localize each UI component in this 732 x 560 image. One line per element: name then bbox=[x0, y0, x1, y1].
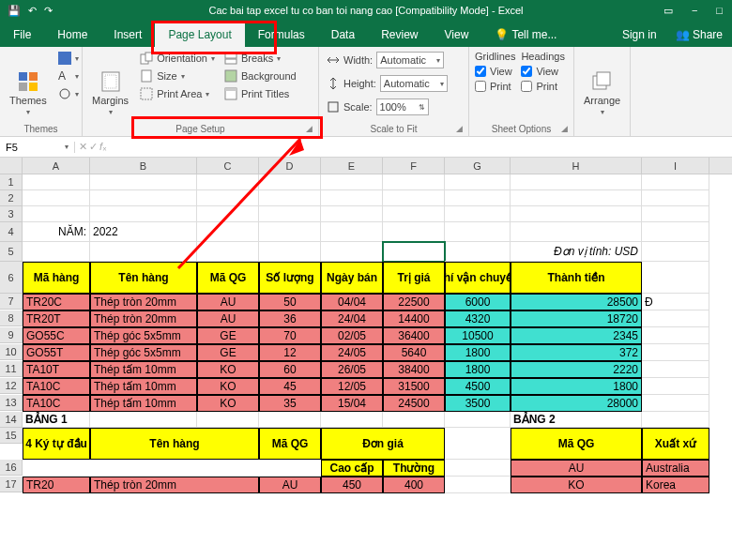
height-select[interactable]: Automatic▾ bbox=[380, 75, 448, 92]
cell[interactable] bbox=[445, 242, 511, 262]
cell[interactable]: 6000 bbox=[445, 294, 511, 310]
cell[interactable] bbox=[383, 412, 445, 428]
cell[interactable]: NĂM: bbox=[23, 222, 90, 242]
gridlines-print-checkbox[interactable]: Print bbox=[475, 81, 515, 92]
cell[interactable]: 2220 bbox=[511, 361, 642, 378]
cell[interactable] bbox=[642, 395, 709, 412]
cell[interactable]: AU bbox=[197, 294, 259, 310]
cell[interactable]: GE bbox=[197, 327, 259, 344]
cell[interactable]: Thành tiền bbox=[511, 262, 642, 294]
cell[interactable]: TR20C bbox=[23, 294, 90, 310]
tab-home[interactable]: Home bbox=[44, 23, 100, 47]
cell[interactable]: 60 bbox=[259, 361, 321, 378]
row-header[interactable]: 6 bbox=[0, 262, 23, 294]
tab-formulas[interactable]: Formulas bbox=[245, 23, 318, 47]
cell[interactable]: 372 bbox=[511, 344, 642, 361]
cell[interactable]: Korea bbox=[642, 477, 709, 493]
cell[interactable] bbox=[90, 190, 197, 206]
cell[interactable]: Ngày bán bbox=[321, 262, 383, 294]
cell[interactable] bbox=[511, 174, 642, 190]
cell[interactable]: TR20 bbox=[23, 477, 90, 493]
cell[interactable] bbox=[642, 206, 709, 222]
row-header[interactable]: 17 bbox=[0, 477, 23, 492]
cell[interactable] bbox=[445, 460, 511, 477]
cell[interactable]: 28500 bbox=[511, 294, 642, 310]
cell[interactable]: 18720 bbox=[511, 310, 642, 327]
cell[interactable]: Thép góc 5x5mm bbox=[90, 344, 197, 361]
cell[interactable] bbox=[321, 222, 383, 242]
fx-icon[interactable]: fₓ bbox=[99, 141, 107, 153]
cell[interactable]: 1800 bbox=[445, 361, 511, 378]
tab-data[interactable]: Data bbox=[318, 23, 368, 47]
cell[interactable] bbox=[197, 206, 259, 222]
cell[interactable]: 1800 bbox=[511, 378, 642, 395]
cell[interactable] bbox=[23, 174, 90, 190]
breaks-button[interactable]: Breaks▾ bbox=[222, 51, 298, 66]
row-header[interactable]: 3 bbox=[0, 206, 23, 222]
cell[interactable] bbox=[383, 242, 445, 262]
col-header-c[interactable]: C bbox=[197, 158, 259, 174]
cell[interactable] bbox=[197, 174, 259, 190]
share-button[interactable]: 👥 Share bbox=[666, 23, 732, 47]
cell[interactable]: 50 bbox=[259, 294, 321, 310]
cell[interactable]: Thép tấm 10mm bbox=[90, 378, 197, 395]
print-titles-button[interactable]: Print Titles bbox=[222, 86, 298, 101]
cell[interactable] bbox=[642, 222, 709, 242]
cell[interactable]: Mã hàng bbox=[23, 262, 90, 294]
cell[interactable]: 45 bbox=[259, 378, 321, 395]
cell[interactable] bbox=[445, 206, 511, 222]
width-select[interactable]: Automatic▾ bbox=[376, 52, 444, 68]
cell[interactable]: KO bbox=[511, 477, 642, 493]
cell[interactable]: BẢNG 2 bbox=[511, 412, 642, 428]
col-header-d[interactable]: D bbox=[259, 158, 321, 174]
row-header[interactable]: 2 bbox=[0, 190, 23, 206]
row-header[interactable]: 13 bbox=[0, 395, 23, 411]
cell[interactable] bbox=[642, 262, 709, 294]
print-area-button[interactable]: Print Area▾ bbox=[138, 86, 217, 101]
headings-view-checkbox[interactable]: View bbox=[521, 66, 564, 77]
tab-page-layout[interactable]: Page Layout bbox=[155, 23, 244, 47]
row-header[interactable]: 11 bbox=[0, 361, 23, 377]
sign-in-button[interactable]: Sign in bbox=[613, 23, 666, 47]
cell[interactable]: Thép góc 5x5mm bbox=[90, 327, 197, 344]
minimize-icon[interactable]: − bbox=[682, 5, 707, 16]
cell[interactable] bbox=[197, 242, 259, 262]
cell[interactable]: 22500 bbox=[383, 294, 445, 310]
cell[interactable]: 14400 bbox=[383, 310, 445, 327]
cell[interactable]: Australia bbox=[642, 460, 709, 477]
cell[interactable] bbox=[642, 310, 709, 327]
cell[interactable]: 450 bbox=[321, 477, 383, 493]
cell[interactable] bbox=[383, 190, 445, 206]
sheet-options-launcher[interactable]: ◢ bbox=[561, 124, 571, 133]
row-header[interactable]: 10 bbox=[0, 344, 23, 360]
cell[interactable]: Tên hàng bbox=[90, 428, 259, 460]
cell[interactable] bbox=[642, 190, 709, 206]
gridlines-view-checkbox[interactable]: View bbox=[475, 66, 515, 77]
cell[interactable] bbox=[259, 174, 321, 190]
cell[interactable]: 02/05 bbox=[321, 327, 383, 344]
cell[interactable]: 10500 bbox=[445, 327, 511, 344]
cell[interactable] bbox=[321, 174, 383, 190]
row-header[interactable]: 5 bbox=[0, 242, 23, 262]
name-box[interactable]: F5▾ bbox=[0, 142, 75, 153]
cell[interactable]: Thép tấm 10mm bbox=[90, 361, 197, 378]
cell[interactable]: 24/05 bbox=[321, 344, 383, 361]
tab-file[interactable]: File bbox=[0, 23, 44, 47]
col-header-h[interactable]: H bbox=[511, 158, 642, 174]
colors-button[interactable]: ▾ bbox=[56, 51, 81, 66]
cell[interactable]: Mã QG bbox=[511, 428, 642, 460]
cell[interactable]: Số lượng bbox=[259, 262, 321, 294]
size-button[interactable]: Size▾ bbox=[138, 68, 217, 83]
cell[interactable] bbox=[259, 242, 321, 262]
col-header-b[interactable]: B bbox=[90, 158, 197, 174]
tab-insert[interactable]: Insert bbox=[100, 23, 155, 47]
cell[interactable]: 36 bbox=[259, 310, 321, 327]
cell[interactable] bbox=[321, 242, 383, 262]
cell[interactable]: 5640 bbox=[383, 344, 445, 361]
save-icon[interactable]: 💾 bbox=[8, 5, 21, 17]
cell[interactable] bbox=[259, 190, 321, 206]
cell[interactable] bbox=[90, 174, 197, 190]
cell[interactable] bbox=[259, 412, 321, 428]
arrange-button[interactable]: Arrange ▾ bbox=[580, 51, 624, 136]
maximize-icon[interactable]: □ bbox=[707, 5, 732, 16]
